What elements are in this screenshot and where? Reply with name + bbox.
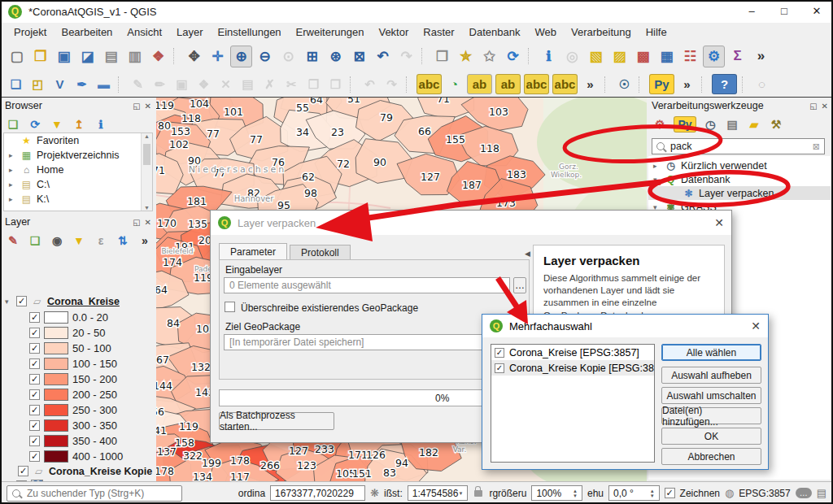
zoom-out-icon[interactable]: ⊖ (254, 46, 276, 67)
manage-map-themes-icon[interactable]: ◉ (49, 232, 65, 249)
browser-item-home[interactable]: ▸⌂Home (4, 163, 152, 177)
save-project-as-icon[interactable]: ◪ (76, 46, 98, 67)
input-layers-field[interactable]: 0 Elemente ausgewählt (224, 277, 510, 293)
locator-input[interactable] (25, 487, 177, 500)
item-checkbox[interactable]: ✓ (495, 348, 504, 358)
save-layer-edits-icon[interactable]: ▣ (172, 74, 192, 94)
menu-layer[interactable]: Layer (169, 26, 211, 38)
menu-web[interactable]: Web (527, 26, 564, 38)
show-bookmarks-icon[interactable]: ✩ (478, 46, 500, 67)
menu-raster[interactable]: Raster (416, 26, 461, 38)
toolbox-search[interactable]: ⊠ (652, 138, 825, 154)
delete-selected-icon[interactable]: ✗ (259, 74, 280, 94)
close-panel-icon[interactable]: ✕ (145, 218, 151, 227)
select-features-icon[interactable]: ▧ (585, 46, 607, 67)
menu-vektor[interactable]: Vektor (371, 26, 416, 38)
ok-button[interactable]: OK (661, 428, 761, 445)
undo-icon[interactable]: ↶ (360, 74, 380, 94)
whats-this-icon[interactable]: ◌ (752, 74, 772, 94)
vertex-tool-icon[interactable]: ✕ (216, 74, 236, 94)
class-checkbox[interactable]: ✓ (29, 389, 40, 400)
lock-scale-icon[interactable] (474, 490, 482, 497)
class-checkbox[interactable]: ✓ (29, 405, 40, 415)
toggle-editing-icon[interactable]: ✏ (150, 74, 170, 94)
zoom-next-icon[interactable]: ↷ (395, 46, 417, 67)
dialog-close-icon[interactable]: ✕ (751, 319, 761, 332)
style-manager-icon[interactable]: ❖ (147, 46, 169, 67)
class-checkbox[interactable]: ✓ (29, 451, 40, 462)
legend-class-row[interactable]: ✓100 - 150 (0, 356, 156, 371)
dialog-close-icon[interactable]: ✕ (714, 216, 724, 229)
minimize-button[interactable]: – (735, 0, 768, 23)
auswahl-umschalten-button[interactable]: Auswahl umschalten (661, 387, 761, 404)
close-panel-icon[interactable]: ✕ (145, 102, 151, 111)
models-icon[interactable]: Py (674, 116, 696, 133)
auswahl-aufheben-button[interactable]: Auswahl aufheben (661, 367, 761, 384)
messages-icon[interactable]: … (796, 488, 812, 498)
cut-features-icon[interactable]: ✂ (281, 74, 302, 94)
legend-class-row[interactable]: ✓250 - 300 (0, 402, 156, 418)
select-features-by-value-icon[interactable]: ▨ (608, 46, 630, 67)
show-hidden-labels-icon[interactable]: abc (524, 74, 549, 94)
zoom-native-icon[interactable]: ⊙ (277, 46, 299, 67)
zoom-to-layer-icon[interactable]: ⊠ (348, 46, 370, 67)
toolbar-overflow-icon[interactable]: » (750, 46, 772, 67)
coordinate-field[interactable]: 1673377,7020229 (270, 485, 365, 501)
class-checkbox[interactable]: ✓ (29, 328, 40, 338)
menu-hilfe[interactable]: Hilfe (639, 26, 674, 38)
move-label-diagram-icon[interactable]: abc (552, 74, 578, 94)
datei-en--hinzuf-gen----button[interactable]: Datei(en) hinzufügen... (661, 407, 761, 424)
deselect-features-icon[interactable]: ▩ (632, 46, 654, 67)
menu-einstellungen[interactable]: Einstellungen (211, 26, 289, 38)
target-geopackage-field[interactable]: [In temporärer Datei speichern] (224, 334, 523, 350)
legend-class-row[interactable]: ✓0.0 - 20 (0, 310, 156, 325)
new-project-icon[interactable]: ▢ (6, 46, 28, 67)
rotation-spinner[interactable]: 0,0 °▲▼ (608, 485, 660, 501)
expander-icon[interactable]: ▸ (9, 151, 16, 159)
add-group-icon[interactable]: ❏ (27, 232, 43, 249)
browser-item-favoriten[interactable]: ★Favoriten (4, 133, 152, 148)
open-data-source-manager-icon[interactable]: ❏ (6, 74, 26, 94)
metasearch-icon[interactable]: ☉ (614, 74, 635, 94)
paste-features-icon[interactable]: ❒ (325, 74, 346, 94)
expander-icon[interactable]: ▾ (653, 176, 661, 184)
expander-icon[interactable]: ▸ (653, 162, 661, 170)
layers-overflow-icon[interactable]: » (137, 232, 153, 249)
redo-icon[interactable]: ↷ (382, 74, 402, 94)
log-messages-icon[interactable]: ▤ (817, 487, 826, 499)
menu-projekt[interactable]: Projekt (7, 26, 54, 38)
menu-erweiterungen[interactable]: Erweiterungen (289, 26, 372, 38)
menu-verarbeitung[interactable]: Verarbeitung (564, 26, 639, 38)
toolbox-options-icon[interactable]: ⚙ (652, 116, 668, 133)
scale-combo[interactable]: 1:4754586▼ (408, 485, 469, 501)
menu-bearbeiten[interactable]: Bearbeiten (54, 26, 120, 38)
selection-list-item[interactable]: ✓Corona_Kreise [EPSG:3857] (491, 345, 654, 360)
add-selected-layers-icon[interactable]: ❏ (5, 116, 21, 133)
new-spatial-bookmark-icon[interactable]: ✮ (455, 46, 477, 67)
layer-checkbox[interactable]: ✓ (18, 466, 28, 476)
new-print-layout-icon[interactable]: ▤ (100, 46, 122, 67)
collapse-all-icon[interactable]: ↥ (71, 116, 87, 133)
pin-unpin-labels-icon[interactable]: ab (467, 74, 492, 94)
new-geopackage-layer-icon[interactable]: ◰ (28, 74, 48, 94)
layer-diagram-options-icon[interactable]: ◔ (444, 74, 464, 94)
class-checkbox[interactable]: ✓ (29, 436, 40, 446)
results-viewer-icon[interactable]: ▤ (724, 116, 740, 133)
history-icon[interactable]: ◷ (702, 116, 718, 133)
zoom-in-icon[interactable]: ⊕ (230, 46, 252, 67)
layer-labeling-options-icon[interactable]: abc (416, 74, 442, 94)
legend-class-row[interactable]: ✓50 - 100 (0, 341, 156, 356)
copy-features-icon[interactable]: ❐ (303, 74, 324, 94)
magnifier-spinner[interactable]: 100%▲▼ (531, 485, 582, 501)
new-map-view-icon[interactable]: ❒ (431, 46, 453, 67)
new-shapefile-layer-icon[interactable]: V (50, 74, 70, 94)
modify-attributes-icon[interactable]: ▤ (238, 74, 258, 94)
browser-item-k[interactable]: ▸▤K:\ (4, 192, 152, 206)
expander-icon[interactable]: ▸ (9, 180, 16, 189)
class-checkbox[interactable]: ✓ (29, 312, 40, 323)
render-checkbox[interactable]: ✓ (665, 488, 675, 498)
filter-legend-icon[interactable]: ▼ (71, 232, 87, 249)
menu-ansicht[interactable]: Ansicht (120, 26, 169, 38)
clear-search-icon[interactable]: ⊠ (813, 141, 820, 152)
pan-map-icon[interactable]: ✥ (183, 46, 205, 67)
